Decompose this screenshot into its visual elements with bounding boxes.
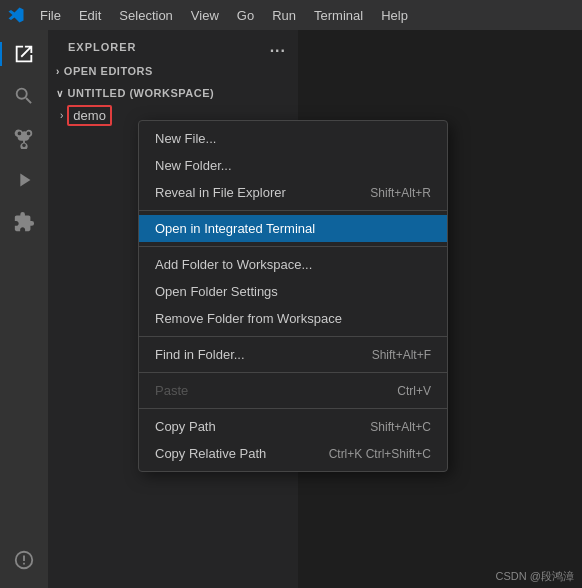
workspace-toggle[interactable]: ∨ UNTITLED (WORKSPACE)	[48, 84, 298, 102]
folder-chevron-right-icon: ›	[60, 110, 63, 121]
ctx-paste-label: Paste	[155, 383, 188, 398]
ctx-copy-path-shortcut: Shift+Alt+C	[370, 420, 431, 434]
ctx-folder-settings[interactable]: Open Folder Settings	[139, 278, 447, 305]
menu-go[interactable]: Go	[229, 4, 262, 27]
menu-run[interactable]: Run	[264, 4, 304, 27]
open-editors-section: › OPEN EDITORS	[48, 60, 298, 82]
menu-selection[interactable]: Selection	[111, 4, 180, 27]
separator-5	[139, 408, 447, 409]
ctx-new-folder-label: New Folder...	[155, 158, 232, 173]
ctx-copy-relative-label: Copy Relative Path	[155, 446, 266, 461]
separator-4	[139, 372, 447, 373]
context-menu: New File... New Folder... Reveal in File…	[138, 120, 448, 472]
menu-terminal[interactable]: Terminal	[306, 4, 371, 27]
activity-search[interactable]	[4, 76, 44, 116]
ctx-new-file[interactable]: New File...	[139, 125, 447, 152]
chevron-right-icon: ›	[56, 66, 60, 77]
menu-view[interactable]: View	[183, 4, 227, 27]
separator-2	[139, 246, 447, 247]
activity-explorer[interactable]	[4, 34, 44, 74]
menu-help[interactable]: Help	[373, 4, 416, 27]
activity-extensions[interactable]	[4, 202, 44, 242]
sidebar-header: EXPLORER ...	[48, 30, 298, 60]
activity-source-control[interactable]	[4, 118, 44, 158]
demo-folder-label: demo	[67, 105, 112, 126]
ctx-paste: Paste Ctrl+V	[139, 377, 447, 404]
separator-3	[139, 336, 447, 337]
ctx-find-folder-shortcut: Shift+Alt+F	[372, 348, 431, 362]
ctx-copy-relative-path[interactable]: Copy Relative Path Ctrl+K Ctrl+Shift+C	[139, 440, 447, 467]
sidebar-more-actions[interactable]: ...	[270, 38, 286, 56]
separator-1	[139, 210, 447, 211]
ctx-add-folder-label: Add Folder to Workspace...	[155, 257, 312, 272]
ctx-copy-path-label: Copy Path	[155, 419, 216, 434]
ctx-new-folder[interactable]: New Folder...	[139, 152, 447, 179]
open-editors-toggle[interactable]: › OPEN EDITORS	[48, 62, 298, 80]
ctx-add-folder[interactable]: Add Folder to Workspace...	[139, 251, 447, 278]
title-bar: File Edit Selection View Go Run Terminal…	[0, 0, 582, 30]
open-editors-label: OPEN EDITORS	[64, 65, 153, 77]
watermark: CSDN @段鸿漳	[496, 569, 574, 584]
ctx-find-folder-label: Find in Folder...	[155, 347, 245, 362]
ctx-terminal-label: Open in Integrated Terminal	[155, 221, 315, 236]
ctx-open-terminal[interactable]: Open in Integrated Terminal	[139, 215, 447, 242]
chevron-down-icon: ∨	[56, 88, 64, 99]
ctx-paste-shortcut: Ctrl+V	[397, 384, 431, 398]
ctx-copy-relative-shortcut: Ctrl+K Ctrl+Shift+C	[329, 447, 431, 461]
ctx-remove-folder[interactable]: Remove Folder from Workspace	[139, 305, 447, 332]
ctx-copy-path[interactable]: Copy Path Shift+Alt+C	[139, 413, 447, 440]
ctx-folder-settings-label: Open Folder Settings	[155, 284, 278, 299]
ctx-find-folder[interactable]: Find in Folder... Shift+Alt+F	[139, 341, 447, 368]
ctx-new-file-label: New File...	[155, 131, 216, 146]
activity-run[interactable]	[4, 160, 44, 200]
explorer-title: EXPLORER	[68, 41, 137, 53]
ctx-reveal-shortcut: Shift+Alt+R	[370, 186, 431, 200]
activity-remote[interactable]	[4, 540, 44, 580]
workspace-label: UNTITLED (WORKSPACE)	[68, 87, 215, 99]
ctx-remove-folder-label: Remove Folder from Workspace	[155, 311, 342, 326]
menu-bar: File Edit Selection View Go Run Terminal…	[32, 4, 416, 27]
ctx-reveal-explorer[interactable]: Reveal in File Explorer Shift+Alt+R	[139, 179, 447, 206]
ctx-reveal-label: Reveal in File Explorer	[155, 185, 286, 200]
menu-edit[interactable]: Edit	[71, 4, 109, 27]
vscode-logo-icon	[8, 7, 24, 23]
activity-bar	[0, 30, 48, 588]
menu-file[interactable]: File	[32, 4, 69, 27]
